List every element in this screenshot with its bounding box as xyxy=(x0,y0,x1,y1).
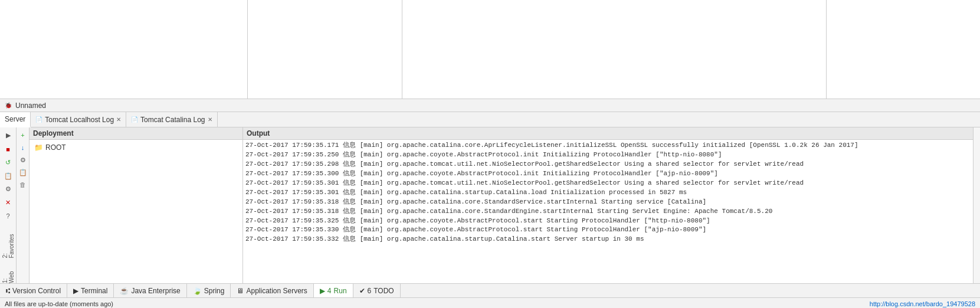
log-line: 27-Oct-2017 17:59:35.325 信息 [main] org.a… xyxy=(245,217,971,226)
root-label: ROOT xyxy=(45,143,66,152)
spring-label: Spring xyxy=(204,287,225,295)
catalina-log-icon: 📄 xyxy=(131,116,138,123)
application-servers-icon: 🖥 xyxy=(237,287,244,295)
run-label: Run xyxy=(334,287,347,295)
terminal-icon: ▶ xyxy=(73,287,78,295)
log-line: 27-Oct-2017 17:59:35.318 信息 [main] org.a… xyxy=(245,207,971,217)
log-line: 27-Oct-2017 17:59:35.300 信息 [main] org.a… xyxy=(245,169,971,179)
log-line: 27-Oct-2017 17:59:35.330 信息 [main] org.a… xyxy=(245,225,971,235)
todo-number: 6 xyxy=(368,287,372,295)
left-panel-top xyxy=(0,0,248,99)
editor-inner xyxy=(402,0,827,99)
left-sidebar: ▶ ■ ↺ 📋 ⚙ ✕ ? 2: Favorites 1: Web xyxy=(0,127,17,283)
web-label: 1: Web xyxy=(2,260,15,283)
tab-run[interactable]: ▶ 4 Run xyxy=(314,284,353,297)
config-icon[interactable]: ⚙ xyxy=(2,184,14,195)
java-enterprise-icon: ☕ xyxy=(120,287,129,295)
bottom-tabs: ⑆ Version Control ▶ Terminal ☕ Java Ente… xyxy=(0,283,980,297)
run-number: 4 xyxy=(327,287,332,295)
tab-localhost-log-label: Tomcat Localhost Log xyxy=(45,116,114,124)
tab-localhost-log[interactable]: 📄 Tomcat Localhost Log ✕ xyxy=(31,112,126,127)
action-icons-panel: + ↓ ⚙ 📋 🗑 xyxy=(17,127,30,283)
play-icon[interactable]: ▶ xyxy=(2,130,14,142)
tabs-bar: Server 📄 Tomcat Localhost Log ✕ 📄 Tomcat… xyxy=(0,112,980,127)
tab-catalina-log-label: Tomcat Catalina Log xyxy=(140,116,205,124)
output-content: 27-Oct-2017 17:59:35.171 信息 [main] org.a… xyxy=(243,140,973,283)
cancel-icon[interactable]: ✕ xyxy=(2,197,14,209)
tab-todo[interactable]: ✔ 6 TODO xyxy=(353,284,401,297)
favorites-label: 2: Favorites xyxy=(2,225,15,258)
version-control-number: ⑆ xyxy=(6,287,10,295)
tab-spring[interactable]: 🍃 Spring xyxy=(187,284,231,297)
version-control-label: Version Control xyxy=(12,287,61,295)
catalina-log-close-icon[interactable]: ✕ xyxy=(208,116,212,123)
log-line: 27-Oct-2017 17:59:35.301 信息 [main] org.a… xyxy=(245,188,971,198)
tab-application-servers[interactable]: 🖥 Application Servers xyxy=(231,284,313,297)
panels-container: ▶ ■ ↺ 📋 ⚙ ✕ ? 2: Favorites 1: Web + ↓ ⚙ … xyxy=(0,127,980,283)
right-scrollbar[interactable] xyxy=(973,127,980,283)
help-icon[interactable]: ? xyxy=(2,211,14,222)
todo-icon: ✔ xyxy=(359,287,365,295)
tab-version-control[interactable]: ⑆ Version Control xyxy=(0,284,67,297)
root-folder-icon: 📁 xyxy=(34,143,43,152)
todo-label: TODO xyxy=(373,287,394,295)
run-toolbar: 🐞 Unnamed xyxy=(0,99,980,112)
terminal-label: Terminal xyxy=(81,287,107,295)
run-title: Unnamed xyxy=(15,101,46,110)
run-icon: ▶ xyxy=(320,287,325,295)
tab-server-label: Server xyxy=(5,115,25,123)
localhost-log-icon: 📄 xyxy=(35,116,42,123)
tab-catalina-log[interactable]: 📄 Tomcat Catalina Log ✕ xyxy=(126,112,217,127)
remove-deployment-icon[interactable]: 🗑 xyxy=(18,179,28,190)
restart-icon[interactable]: ↺ xyxy=(2,157,14,169)
tab-terminal[interactable]: ▶ Terminal xyxy=(67,284,114,297)
java-enterprise-label: Java Enterprise xyxy=(131,287,180,295)
log-line: 27-Oct-2017 17:59:35.332 信息 [main] org.a… xyxy=(245,235,971,244)
deployment-panel: Deployment 📁 ROOT xyxy=(30,127,243,283)
add-deployment-icon[interactable]: + xyxy=(18,130,28,140)
localhost-log-close-icon[interactable]: ✕ xyxy=(116,116,121,123)
run-debug-icon: 🐞 xyxy=(4,101,13,110)
status-message: All files are up-to-date (moments ago) xyxy=(5,300,113,307)
deployment-content: 📁 ROOT xyxy=(30,140,242,283)
spring-icon: 🍃 xyxy=(193,287,202,295)
settings-deployment-icon[interactable]: ⚙ xyxy=(18,155,28,165)
output-panel: Output 27-Oct-2017 17:59:35.171 信息 [main… xyxy=(243,127,973,283)
top-area xyxy=(0,0,980,99)
status-url: http://blog.csdn.net/bardo_19479528 xyxy=(870,300,975,307)
application-servers-label: Application Servers xyxy=(246,287,307,295)
log-line: 27-Oct-2017 17:59:35.318 信息 [main] org.a… xyxy=(245,198,971,207)
log-line: 27-Oct-2017 17:59:35.171 信息 [main] org.a… xyxy=(245,141,971,150)
deploy-icon[interactable]: ↓ xyxy=(18,142,28,153)
copy-deployment-icon[interactable]: 📋 xyxy=(18,167,28,178)
log-line: 27-Oct-2017 17:59:35.301 信息 [main] org.a… xyxy=(245,179,971,188)
tree-item-root[interactable]: 📁 ROOT xyxy=(32,142,240,153)
stop-icon[interactable]: ■ xyxy=(2,143,14,155)
log-line: 27-Oct-2017 17:59:35.250 信息 [main] org.a… xyxy=(245,150,971,160)
list-icon[interactable]: 📋 xyxy=(2,170,14,182)
tab-java-enterprise[interactable]: ☕ Java Enterprise xyxy=(114,284,186,297)
output-header: Output xyxy=(243,127,973,140)
status-bar: All files are up-to-date (moments ago) h… xyxy=(0,297,980,308)
editor-area xyxy=(248,0,980,99)
tab-server[interactable]: Server xyxy=(0,112,31,127)
deployment-header: Deployment xyxy=(30,127,242,140)
log-line: 27-Oct-2017 17:59:35.298 信息 [main] org.a… xyxy=(245,160,971,169)
